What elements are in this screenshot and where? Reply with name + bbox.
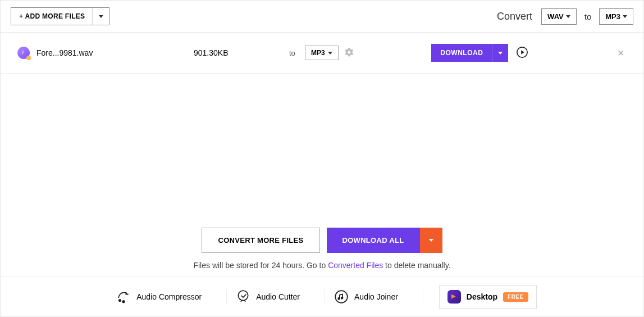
tool-label: Audio Compressor (136, 292, 202, 301)
bottom-actions: CONVERT MORE FILES DOWNLOAD ALL Files wi… (1, 221, 643, 277)
free-badge: FREE (503, 292, 528, 302)
download-all-dropdown[interactable] (420, 228, 442, 253)
convert-label: Convert (497, 11, 532, 22)
row-format-value: MP3 (311, 49, 325, 57)
download-all-button[interactable]: DOWNLOAD ALL (327, 228, 420, 253)
add-more-files-button[interactable]: + ADD MORE FILES (11, 7, 93, 25)
converted-files-link[interactable]: Converted Files (328, 261, 383, 270)
settings-icon[interactable] (344, 47, 354, 59)
row-format-select[interactable]: MP3 (305, 46, 339, 60)
target-format-value: MP3 (605, 12, 620, 21)
caret-down-icon (429, 239, 433, 242)
svg-point-6 (341, 297, 343, 299)
download-dropdown[interactable] (492, 44, 508, 62)
svg-point-2 (123, 301, 125, 302)
svg-point-5 (338, 298, 340, 300)
joiner-icon (334, 289, 349, 304)
tool-label: Audio Cutter (256, 292, 300, 301)
remove-file-icon[interactable]: ✕ (583, 48, 624, 58)
storage-prefix: Files will be stored for 24 hours. Go to (193, 261, 328, 270)
desktop-label: Desktop (467, 292, 497, 301)
storage-note: Files will be stored for 24 hours. Go to… (1, 261, 643, 270)
download-button[interactable]: DOWNLOAD (431, 44, 492, 62)
target-format-select[interactable]: MP3 (599, 8, 633, 25)
caret-down-icon (99, 15, 103, 18)
svg-point-1 (119, 300, 121, 301)
play-icon[interactable] (516, 46, 528, 60)
caret-down-icon (328, 52, 332, 55)
source-format-select[interactable]: WAV (541, 8, 577, 25)
file-name: Fore...9981.wav (36, 48, 194, 57)
row-to-label: to (289, 49, 305, 57)
cutter-icon (236, 289, 250, 304)
compressor-icon (116, 289, 131, 304)
svg-point-4 (335, 291, 348, 303)
audio-file-icon (17, 47, 30, 59)
caret-down-icon (566, 15, 570, 18)
file-row: Fore...9981.wav 901.30KB to MP3 DOWNLOAD… (1, 33, 643, 74)
desktop-app-link[interactable]: Desktop FREE (439, 285, 537, 309)
add-more-files-dropdown[interactable] (93, 7, 109, 25)
svg-point-3 (239, 291, 248, 300)
audio-compressor-tool[interactable]: Audio Compressor (107, 289, 211, 304)
to-label: to (584, 12, 592, 21)
file-size: 901.30KB (194, 48, 289, 57)
desktop-logo-icon (447, 290, 461, 304)
audio-cutter-tool[interactable]: Audio Cutter (226, 289, 309, 304)
toolbar: + ADD MORE FILES Convert WAV to MP3 (1, 1, 643, 33)
storage-suffix: to delete manually. (383, 261, 450, 270)
tool-label: Audio Joiner (354, 292, 398, 301)
convert-more-files-button[interactable]: CONVERT MORE FILES (202, 228, 319, 253)
caret-down-icon (498, 52, 503, 55)
footer-tools: Audio Compressor Audio Cutter Audio Join… (1, 277, 643, 316)
audio-joiner-tool[interactable]: Audio Joiner (325, 289, 407, 304)
source-format-value: WAV (547, 12, 564, 21)
caret-down-icon (623, 15, 627, 18)
